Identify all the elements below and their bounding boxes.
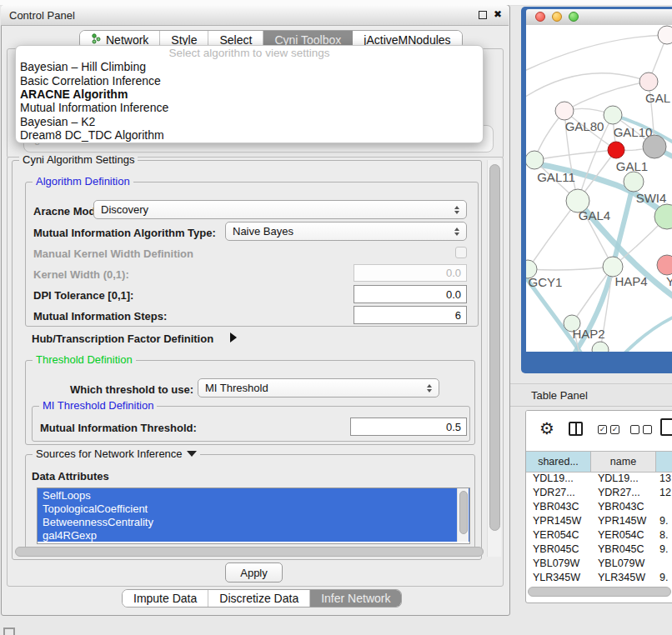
- network-node-label: GAL80: [565, 119, 604, 133]
- attribute-item-betweennesscentrality[interactable]: BetweennessCentrality: [38, 515, 469, 528]
- attribute-item-topologicalcoefficient[interactable]: TopologicalCoefficient: [38, 502, 469, 515]
- network-node-y[interactable]: [657, 255, 672, 275]
- bottom-tab-discretize-data[interactable]: Discretize Data: [208, 590, 310, 607]
- mi-threshold-legend: MI Threshold Definition: [39, 399, 157, 412]
- hub-definition-label: Hub/Transcription Factor Definition: [32, 332, 213, 345]
- table-horizontal-scrollbar[interactable]: [528, 587, 669, 596]
- network-edge[interactable]: [528, 267, 613, 270]
- network-node-gal[interactable]: [639, 72, 658, 91]
- column-header-3[interactable]: [656, 452, 672, 472]
- document-icon[interactable]: [660, 418, 672, 436]
- column-header-shared[interactable]: shared...: [526, 452, 591, 472]
- table-row[interactable]: YBL079WYBL079W: [526, 556, 672, 570]
- table-cell: YER054C: [591, 528, 656, 542]
- network-node[interactable]: [658, 26, 672, 44]
- table-row[interactable]: YDR27...YDR27...12: [526, 485, 672, 499]
- network-canvas[interactable]: GALGAL80GAL10GAL1GAL11SWI4GAL4GCY1HAP4YH…: [526, 25, 672, 352]
- network-node-label: SWI4: [636, 191, 667, 205]
- kernel-width-label: Kernel Width (0,1):: [33, 268, 129, 281]
- settings-vertical-scrollbar[interactable]: [487, 160, 501, 557]
- kernel-width-value: 0.0: [446, 267, 461, 279]
- network-node-label: GAL4: [579, 208, 610, 222]
- network-window-titlebar[interactable]: [526, 9, 672, 26]
- network-node-swi4[interactable]: [624, 172, 644, 192]
- network-edge[interactable]: [564, 82, 649, 111]
- control-panel-titlebar: Control Panel ✖: [1, 5, 509, 26]
- table-cell: YBL079W: [526, 556, 591, 570]
- network-node[interactable]: [592, 342, 609, 352]
- table-cell: YER054C: [526, 528, 591, 542]
- control-panel-title: Control Panel: [9, 9, 75, 22]
- combo-arrows-icon: [454, 228, 459, 236]
- network-node-gal10[interactable]: [604, 106, 622, 124]
- algorithm-option-aracne-algorithm[interactable]: ARACNE Algorithm: [16, 88, 483, 101]
- table-cell: YBR043C: [526, 499, 591, 513]
- table-header-row: shared...name: [526, 451, 672, 472]
- checked-pair-icon[interactable]: ✓✓: [598, 425, 619, 434]
- table-row[interactable]: YER054CYER054C8.: [526, 528, 672, 542]
- algorithm-option-mutual-information-inference[interactable]: Mutual Information Inference: [16, 101, 483, 114]
- threshold-definition-legend: Threshold Definition: [33, 353, 136, 366]
- network-edge[interactable]: [534, 150, 616, 160]
- table-row[interactable]: YBR043CYBR043C: [526, 499, 672, 513]
- network-edge[interactable]: [624, 315, 672, 352]
- apply-button[interactable]: Apply: [225, 562, 283, 582]
- network-node-gal1[interactable]: [608, 142, 624, 158]
- cyni-settings-legend: Cyni Algorithm Settings: [19, 153, 138, 166]
- algorithm-option-bayesian-hill-climbing[interactable]: Bayesian – Hill Climbing: [16, 60, 483, 73]
- mi-type-label: Mutual Information Algorithm Type:: [33, 227, 216, 239]
- table-cell: 8.: [656, 528, 672, 542]
- mi-type-value: Naive Bayes: [233, 225, 449, 238]
- attribute-item-gal4rgexp[interactable]: gal4RGexp: [38, 528, 469, 542]
- manual-kernel-checkbox[interactable]: [455, 247, 467, 258]
- bottom-tab-impute-data[interactable]: Impute Data: [123, 590, 208, 607]
- mi-threshold-label: Mutual Information Threshold:: [40, 422, 197, 434]
- algorithm-option-bayesian-k2[interactable]: Bayesian – K2: [16, 115, 483, 128]
- mini-dock-icon[interactable]: [3, 628, 15, 635]
- split-columns-icon[interactable]: [569, 422, 583, 436]
- settings-horizontal-scrollbar[interactable]: [15, 547, 484, 557]
- unchecked-pair-icon[interactable]: [630, 425, 652, 434]
- table-cell: 12: [656, 485, 672, 499]
- dpi-tolerance-value: 0.0: [446, 288, 461, 301]
- gear-icon[interactable]: ⚙: [539, 420, 554, 437]
- mi-threshold-field[interactable]: 0.5: [350, 418, 467, 436]
- network-node-label: GAL10: [614, 125, 653, 139]
- algorithm-option-dream8-dc-tdc-algorithm[interactable]: Dream8 DC_TDC Algorithm: [16, 128, 483, 142]
- mi-steps-field[interactable]: 6: [354, 306, 467, 324]
- network-edge[interactable]: [526, 35, 667, 72]
- hub-expander-arrow-icon[interactable]: [230, 332, 237, 342]
- network-node-gal11[interactable]: [526, 151, 544, 169]
- kernel-width-field[interactable]: 0.0: [354, 264, 467, 282]
- table-cell: 9.: [656, 570, 672, 584]
- mac-close-button[interactable]: [535, 12, 545, 22]
- table-row[interactable]: YPR145WYPR145W9.: [526, 513, 672, 528]
- algorithm-option-basic-correlation-inference[interactable]: Basic Correlation Inference: [16, 73, 483, 87]
- mi-steps-value: 6: [455, 309, 461, 322]
- sources-collapse-arrow-icon[interactable]: [187, 451, 197, 457]
- bottom-tab-infer-network[interactable]: Infer Network: [310, 590, 401, 607]
- mi-type-combo[interactable]: Naive Bayes: [225, 222, 467, 241]
- mac-zoom-button[interactable]: [569, 12, 579, 22]
- attribute-item-selfloops[interactable]: SelfLoops: [38, 488, 469, 502]
- mac-minimize-button[interactable]: [552, 12, 562, 22]
- column-header-name[interactable]: name: [591, 452, 656, 472]
- table-cell: YPR145W: [591, 513, 656, 528]
- aracne-mode-combo[interactable]: Discovery: [93, 200, 467, 219]
- which-threshold-combo[interactable]: MI Threshold: [198, 378, 439, 398]
- attributes-list-scrollbar[interactable]: [457, 488, 469, 542]
- table-row[interactable]: YDL19...YDL19...13: [526, 471, 672, 485]
- network-node[interactable]: [643, 135, 666, 158]
- table-cell: YBL079W: [591, 556, 656, 570]
- float-panel-icon[interactable]: [479, 11, 487, 19]
- table-cell: YDL19...: [526, 471, 591, 485]
- close-icon[interactable]: ✖: [494, 8, 502, 20]
- table-row[interactable]: YLR345WYLR345W9.: [526, 570, 672, 584]
- dpi-tolerance-field[interactable]: 0.0: [354, 285, 467, 303]
- algorithm-dropdown-prompt: Select algorithm to view settings: [16, 46, 483, 60]
- table-cell: YBR045C: [526, 542, 591, 556]
- table-row[interactable]: YBR045CYBR045C9.: [526, 542, 672, 556]
- network-node-gal80[interactable]: [555, 102, 574, 120]
- network-edge[interactable]: [528, 201, 578, 269]
- network-node-label: Y: [666, 274, 672, 288]
